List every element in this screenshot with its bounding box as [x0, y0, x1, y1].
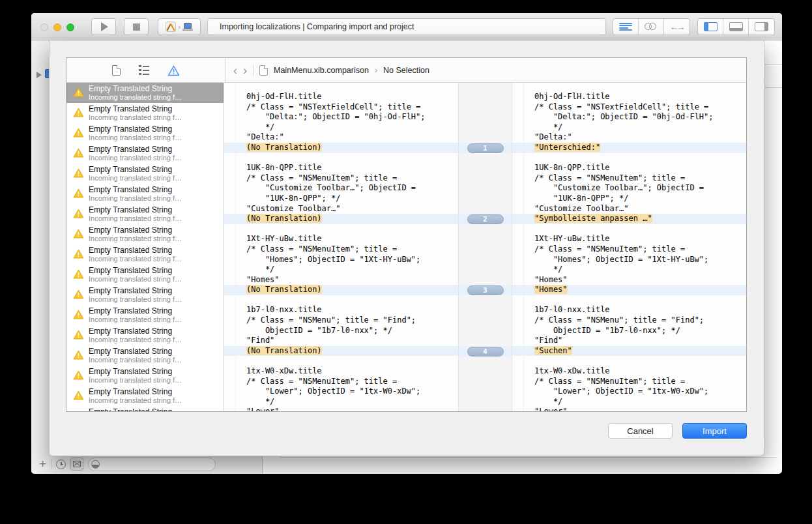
toggle-navigator-button[interactable]	[698, 19, 723, 35]
scope-filter-toggle[interactable]	[70, 458, 83, 471]
import-localizations-sheet: ‹ › MainMenu.xib.comparison › No Selecti…	[49, 40, 764, 456]
diff-badge[interactable]: 4	[467, 347, 504, 357]
issue-list-item[interactable]: Empty Translated String Incoming transla…	[66, 305, 224, 325]
import-button[interactable]: Import	[682, 423, 747, 439]
issue-list-item[interactable]: Empty Translated String Incoming transla…	[66, 406, 224, 411]
debug-area-icon	[729, 22, 743, 31]
issue-title: Empty Translated String	[89, 387, 220, 396]
warning-icon	[73, 390, 84, 403]
destination-mac-icon	[182, 23, 193, 31]
issue-title: Empty Translated String	[89, 104, 220, 113]
issue-list-item[interactable]: Empty Translated String Incoming transla…	[66, 164, 224, 184]
code-line: /* Class = "NSMenuItem"; title =	[224, 244, 458, 255]
code-line: 1Xt-HY-uBw.title	[224, 234, 458, 244]
warning-icon	[73, 310, 84, 322]
code-line: */	[512, 397, 746, 407]
issue-list-item[interactable]: Empty Translated String Incoming transla…	[66, 244, 224, 265]
navigator-filter-bar: +	[31, 454, 263, 474]
code-line: /* Class = "NSMenu"; title = "Find";	[224, 315, 458, 326]
issue-list-item[interactable]: Empty Translated String Incoming transla…	[66, 325, 224, 345]
code-line: "Homes"; ObjectID = "1Xt-HY-uBw";	[512, 255, 746, 265]
issue-subtitle: Incoming translated string f…	[89, 214, 220, 223]
stop-button[interactable]	[124, 18, 149, 35]
forward-button[interactable]: ›	[243, 65, 247, 76]
issue-title: Empty Translated String	[89, 286, 220, 295]
back-button[interactable]: ‹	[233, 65, 237, 76]
issue-list-item[interactable]: Empty Translated String Incoming transla…	[66, 345, 224, 366]
diff-badge[interactable]: 1	[467, 143, 504, 153]
code-line-changed: "Suchen"	[512, 346, 746, 357]
code-line: 0hj-Od-FlH.title	[224, 92, 458, 102]
toggle-debug-area-button[interactable]	[723, 19, 749, 35]
code-line	[512, 224, 746, 235]
jump-bar-selection[interactable]: No Selection	[383, 66, 429, 75]
issue-subtitle: Incoming translated string f…	[89, 315, 220, 324]
diff-badge[interactable]: 2	[467, 214, 504, 224]
code-line: /* Class = "NSMenuItem"; title =	[512, 244, 746, 255]
issue-subtitle: Incoming translated string f…	[89, 396, 220, 405]
scheme-selector[interactable]: ›	[158, 18, 201, 35]
code-line: */	[512, 265, 746, 275]
issue-subtitle: Incoming translated string f…	[89, 255, 220, 263]
divider	[51, 459, 51, 469]
issue-title: Empty Translated String	[89, 226, 220, 235]
code-line: "Delta:"	[224, 132, 458, 143]
jump-bar-separator: ›	[375, 66, 377, 75]
add-button[interactable]: +	[39, 459, 46, 469]
issues-list[interactable]: Empty Translated String Incoming transla…	[66, 83, 224, 411]
version-editor-button[interactable]: ←→	[664, 19, 689, 35]
code-line: /* Class = "NSTextFieldCell"; title =	[512, 102, 746, 113]
issue-list-item[interactable]: Empty Translated String Incoming transla…	[66, 224, 224, 244]
issue-list-item[interactable]: Empty Translated String Incoming transla…	[66, 123, 224, 143]
import-pane[interactable]: 0hj-Od-FlH.title/* Class = "NSTextFieldC…	[224, 83, 458, 411]
file-tab-icon	[112, 65, 121, 76]
issue-list-item[interactable]: Empty Translated String Incoming transla…	[66, 83, 224, 103]
jump-bar-file[interactable]: MainMenu.xib.comparison	[274, 66, 369, 75]
tab-file[interactable]	[112, 65, 121, 76]
disclosure-triangle-icon[interactable]	[36, 72, 42, 78]
cancel-button[interactable]: Cancel	[608, 423, 673, 439]
code-line: "Delta:"	[512, 132, 746, 143]
tab-issues[interactable]	[167, 65, 179, 76]
code-line: ObjectID = "1b7-l0-nxx"; */	[512, 326, 746, 336]
project-pane[interactable]: 0hj-Od-FlH.title/* Class = "NSTextFieldC…	[512, 83, 746, 411]
issue-list-item[interactable]: Empty Translated String Incoming transla…	[66, 285, 224, 305]
warning-icon	[73, 209, 84, 221]
code-line: /* Class = "NSMenuItem"; title =	[224, 173, 458, 184]
code-line: 1UK-8n-QPP.title	[512, 163, 746, 173]
issue-list-item[interactable]: Empty Translated String Incoming transla…	[66, 204, 224, 224]
issue-title: Empty Translated String	[89, 84, 220, 93]
issue-title: Empty Translated String	[89, 266, 220, 275]
issue-title: Empty Translated String	[89, 347, 220, 356]
issue-list-item[interactable]: Empty Translated String Incoming transla…	[66, 366, 224, 386]
code-line: 1UK-8n-QPP.title	[224, 163, 458, 173]
issue-list-item[interactable]: Empty Translated String Incoming transla…	[66, 386, 224, 406]
toggle-utilities-button[interactable]	[749, 19, 774, 35]
issue-list-item[interactable]: Empty Translated String Incoming transla…	[66, 184, 224, 204]
issue-list-item[interactable]: Empty Translated String Incoming transla…	[66, 143, 224, 164]
code-line: ObjectID = "1b7-l0-nxx"; */	[224, 326, 458, 336]
assistant-editor-button[interactable]	[639, 19, 664, 35]
code-line	[224, 153, 458, 164]
issue-subtitle: Incoming translated string f…	[89, 275, 220, 284]
filter-field[interactable]	[88, 458, 216, 471]
minimize-window-button[interactable]	[53, 23, 61, 31]
issue-subtitle: Incoming translated string f…	[89, 336, 220, 344]
close-window-button[interactable]	[40, 23, 48, 31]
editor-mode-segmented: ←→	[613, 18, 690, 35]
code-line: "Customize Toolbar…"	[512, 204, 746, 214]
tab-list[interactable]	[139, 65, 150, 76]
diff-badge[interactable]: 3	[467, 285, 504, 295]
issue-subtitle: Incoming translated string f…	[89, 295, 220, 304]
zoom-window-button[interactable]	[66, 23, 74, 31]
code-line	[224, 224, 458, 235]
issue-list-item[interactable]: Empty Translated String Incoming transla…	[66, 103, 224, 123]
run-button[interactable]	[91, 18, 116, 35]
code-line: "Customize Toolbar…"; ObjectID =	[224, 183, 458, 194]
code-line: 1b7-l0-nxx.title	[512, 305, 746, 315]
recent-filter-icon[interactable]	[56, 459, 66, 469]
warning-icon	[73, 289, 84, 302]
filter-icon	[91, 460, 100, 469]
issue-list-item[interactable]: Empty Translated String Incoming transla…	[66, 265, 224, 285]
standard-editor-button[interactable]	[613, 19, 639, 35]
